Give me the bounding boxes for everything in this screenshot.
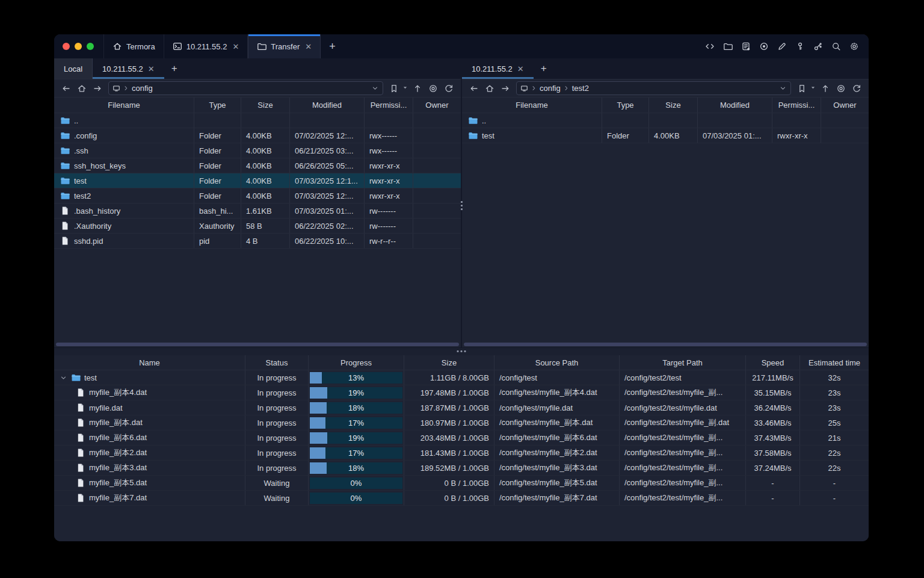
- upload-button[interactable]: [410, 82, 425, 95]
- forward-button[interactable]: [498, 82, 513, 95]
- right-tab-10-211-55-2[interactable]: 10.211.55.2✕: [462, 58, 534, 79]
- file-icon: [76, 448, 85, 458]
- breadcrumb-segment[interactable]: config: [540, 84, 561, 93]
- transfer-row-myfile-6-dat[interactable]: myfile_副本6.datIn progress19%203.48MB / 1…: [54, 430, 869, 446]
- forward-button[interactable]: [90, 82, 105, 95]
- file-row-ssh-host-keys[interactable]: ssh_host_keysFolder4.00KB06/26/2025 05:.…: [54, 158, 461, 173]
- main-tab-10-211-55-2[interactable]: 10.211.55.2✕: [164, 34, 248, 58]
- panel-splitter-handle[interactable]: [460, 201, 463, 210]
- edit-icon[interactable]: [775, 39, 789, 54]
- show-hidden-files-button[interactable]: [834, 82, 848, 95]
- show-hidden-files-button[interactable]: [426, 82, 440, 95]
- column-header-name[interactable]: Name: [54, 355, 245, 370]
- transfer-row-myfile-5-dat[interactable]: myfile_副本5.datWaiting0%0 B / 1.00GB/conf…: [54, 476, 869, 491]
- file-row--bash-history[interactable]: .bash_historybash_hi...1.61KB07/03/2025 …: [54, 204, 461, 219]
- column-header-modified[interactable]: Modified: [290, 98, 365, 113]
- column-header-speed[interactable]: Speed: [746, 355, 800, 370]
- panel-splitter[interactable]: [461, 58, 462, 347]
- path-dropdown-icon[interactable]: [371, 84, 379, 92]
- column-header-status[interactable]: Status: [245, 355, 309, 370]
- column-header-target-path[interactable]: Target Path: [620, 355, 746, 370]
- bookmark-button[interactable]: [387, 82, 401, 95]
- close-tab-icon[interactable]: ✕: [148, 64, 155, 73]
- key-icon[interactable]: [793, 39, 807, 54]
- column-header-estimated-time[interactable]: Estimated time: [800, 355, 869, 370]
- right-new-tab-button[interactable]: +: [534, 58, 554, 79]
- column-header-permissi[interactable]: Permissi...: [365, 98, 413, 113]
- back-button[interactable]: [59, 82, 73, 95]
- column-header-filename[interactable]: Filename: [462, 98, 602, 113]
- bookmark-caret-icon[interactable]: [401, 84, 409, 93]
- transfer-row-myfile-2-dat[interactable]: myfile_副本2.datIn progress17%181.43MB / 1…: [54, 446, 869, 461]
- record-icon[interactable]: [757, 39, 771, 54]
- close-window-button[interactable]: [63, 43, 70, 50]
- main-tab-transfer[interactable]: Transfer✕: [248, 34, 321, 58]
- home-button[interactable]: [482, 82, 497, 95]
- close-tab-icon[interactable]: ✕: [517, 64, 524, 73]
- refresh-button[interactable]: [442, 82, 456, 95]
- termora-window: Termora10.211.55.2✕Transfer✕ + Local10.2…: [54, 34, 869, 541]
- upload-button[interactable]: [818, 82, 833, 95]
- progress-label: 19%: [310, 432, 402, 444]
- file-row-sshd-pid[interactable]: sshd.pidpid4 B06/22/2025 10:...rw-r--r--: [54, 234, 461, 249]
- left-new-tab-button[interactable]: +: [164, 58, 185, 79]
- transfer-row-myfile-dat[interactable]: myfile_副本.datIn progress17%180.97MB / 1.…: [54, 415, 869, 430]
- code-icon[interactable]: [703, 39, 717, 54]
- keychain-icon[interactable]: [811, 39, 825, 54]
- search-icon[interactable]: [829, 39, 843, 54]
- refresh-button[interactable]: [849, 82, 864, 95]
- file-row--[interactable]: ..: [54, 113, 461, 128]
- left-path-bar[interactable]: config: [108, 81, 383, 95]
- transfer-splitter[interactable]: [54, 347, 869, 355]
- transfer-splitter-handle[interactable]: [457, 350, 466, 352]
- column-header-owner[interactable]: Owner: [413, 98, 461, 113]
- file-row--ssh[interactable]: .sshFolder4.00KB06/21/2025 03:...rwx----…: [54, 143, 461, 158]
- transfer-row-myfile-dat[interactable]: myfile.datIn progress18%187.87MB / 1.00G…: [54, 400, 869, 415]
- column-header-size[interactable]: Size: [404, 355, 494, 370]
- column-header-permissi[interactable]: Permissi...: [772, 98, 821, 113]
- file-row--config[interactable]: .configFolder4.00KB07/02/2025 12:...rwx-…: [54, 128, 461, 143]
- minimize-window-button[interactable]: [75, 43, 82, 50]
- file-row--[interactable]: ..: [462, 113, 869, 128]
- column-header-type[interactable]: Type: [602, 98, 649, 113]
- folder-icon[interactable]: [721, 39, 735, 54]
- main-tab-termora[interactable]: Termora: [103, 34, 164, 58]
- file-row-test[interactable]: testFolder4.00KB07/03/2025 01:...rwxr-xr…: [462, 128, 869, 143]
- left-horizontal-scrollbar[interactable]: [54, 341, 461, 347]
- bookmark-caret-icon[interactable]: [809, 84, 817, 93]
- transfer-row-myfile-7-dat[interactable]: myfile_副本7.datWaiting0%0 B / 1.00GB/conf…: [54, 491, 869, 506]
- column-header-progress[interactable]: Progress: [309, 355, 404, 370]
- path-dropdown-icon[interactable]: [779, 84, 787, 92]
- column-header-filename[interactable]: Filename: [54, 98, 194, 113]
- bookmark-button[interactable]: [795, 82, 809, 95]
- transfer-row-myfile-4-dat[interactable]: myfile_副本4.datIn progress19%197.48MB / 1…: [54, 385, 869, 400]
- file-row-test2[interactable]: test2Folder4.00KB07/03/2025 12:...rwxr-x…: [54, 188, 461, 204]
- left-tab-10-211-55-2[interactable]: 10.211.55.2✕: [93, 58, 164, 79]
- back-button[interactable]: [467, 82, 481, 95]
- right-horizontal-scrollbar[interactable]: [462, 341, 869, 347]
- column-header-size[interactable]: Size: [649, 98, 698, 113]
- home-button[interactable]: [75, 82, 89, 95]
- file-row--Xauthority[interactable]: .XauthorityXauthority58 B06/22/2025 02:.…: [54, 219, 461, 234]
- settings-icon[interactable]: [847, 39, 861, 54]
- file-row-test[interactable]: testFolder4.00KB07/03/2025 12:1...rwxr-x…: [54, 173, 461, 188]
- left-tab-local[interactable]: Local: [54, 58, 93, 79]
- zoom-window-button[interactable]: [87, 43, 94, 50]
- close-tab-icon[interactable]: ✕: [305, 42, 312, 51]
- right-path-bar[interactable]: configtest2: [516, 81, 791, 95]
- close-tab-icon[interactable]: ✕: [232, 42, 239, 51]
- breadcrumb-segment[interactable]: config: [132, 84, 153, 93]
- expander-chevron-icon[interactable]: [59, 374, 67, 382]
- new-main-tab-button[interactable]: +: [321, 34, 344, 58]
- breadcrumb-segment[interactable]: test2: [572, 84, 589, 93]
- scrollbar-thumb[interactable]: [56, 343, 459, 346]
- column-header-type[interactable]: Type: [194, 98, 241, 113]
- transfer-row-test[interactable]: testIn progress13%1.11GB / 8.00GB/config…: [54, 370, 869, 385]
- column-header-source-path[interactable]: Source Path: [494, 355, 620, 370]
- column-header-owner[interactable]: Owner: [821, 98, 869, 113]
- transfer-row-myfile-3-dat[interactable]: myfile_副本3.datIn progress18%189.52MB / 1…: [54, 461, 869, 476]
- column-header-modified[interactable]: Modified: [698, 98, 772, 113]
- log-icon[interactable]: [739, 39, 753, 54]
- column-header-size[interactable]: Size: [241, 98, 290, 113]
- scrollbar-thumb[interactable]: [464, 343, 867, 346]
